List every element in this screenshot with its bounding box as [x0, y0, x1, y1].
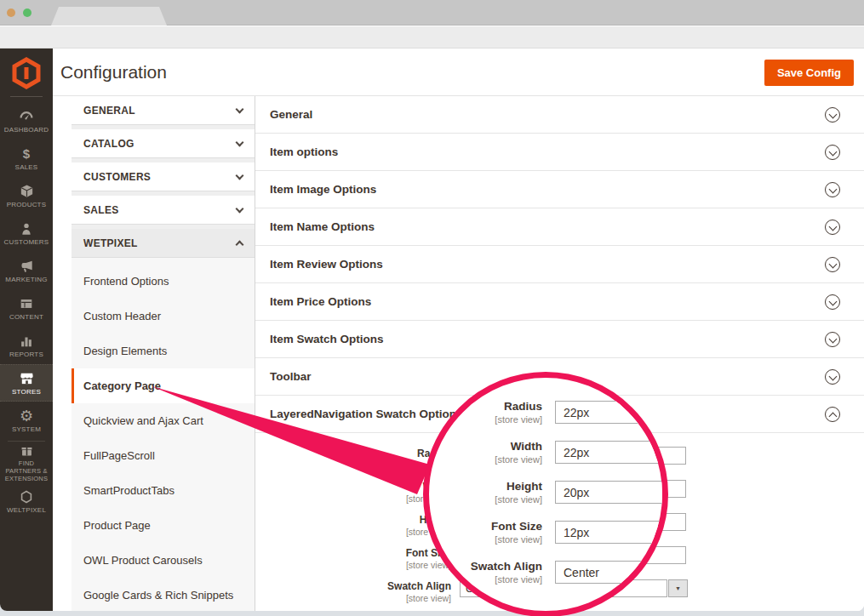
field-scope: [store view] [429, 453, 542, 466]
subnav-item-fullpagescroll[interactable]: FullPageScroll [72, 438, 255, 473]
hexagon-icon [19, 488, 34, 505]
magnifier-circle: Radius [store view] Width [store view] H… [423, 372, 668, 616]
sidebar-item-label: WELTPIXEL [7, 506, 46, 514]
chevron-down-circle-icon[interactable] [825, 182, 840, 197]
config-nav-panel: GENERAL CATALOG CUSTOMERS SALES [53, 96, 255, 611]
config-section-label: GENERAL [83, 105, 135, 117]
gift-box-icon [20, 443, 34, 458]
config-section-wetpixel[interactable]: WETPIXEL [72, 229, 255, 258]
sidebar-item-label: MARKETING [5, 276, 47, 283]
stores-icon [19, 370, 35, 386]
config-section-catalog[interactable]: CATALOG [72, 129, 255, 158]
subnav-item-product-page[interactable]: Product Page [72, 508, 255, 543]
chevron-down-icon [236, 138, 244, 146]
accordion-section-item-name-options[interactable]: Item Name Options [255, 208, 864, 246]
chevron-up-circle-icon[interactable] [825, 407, 840, 422]
chevron-down-circle-icon[interactable] [825, 369, 840, 385]
subnav-item-design-elements[interactable]: Design Elements [72, 334, 255, 368]
sidebar-item-reports[interactable]: REPORTS [0, 327, 53, 364]
accordion-title: Toolbar [270, 370, 312, 383]
window-maximize-dot-icon[interactable] [23, 9, 31, 17]
sidebar-item-label: CUSTOMERS [4, 238, 49, 246]
width-input-zoomed[interactable] [555, 441, 668, 464]
products-icon [19, 183, 35, 199]
accordion-title: Item Name Options [270, 220, 375, 233]
accordion-section-item-image-options[interactable]: Item Image Options [255, 171, 864, 208]
window-minimize-dot-icon[interactable] [7, 9, 15, 17]
subnav-item-label: Product Page [83, 519, 151, 532]
system-gear-icon: ⚙ [20, 408, 33, 424]
subnav-item-category-page[interactable]: Category Page [72, 368, 255, 403]
accordion-section-item-swatch-options[interactable]: Item Swatch Options [255, 321, 864, 358]
chevron-up-icon [236, 241, 244, 249]
subnav-item-label: Custom Header [83, 310, 161, 322]
sidebar-item-system[interactable]: ⚙ SYSTEM [0, 402, 53, 439]
config-section-label: CATALOG [83, 138, 134, 150]
font-size-input-zoomed[interactable] [555, 521, 668, 544]
sidebar-item-label: FIND PARTNERS & EXTENSIONS [2, 459, 51, 482]
content-icon [19, 295, 34, 311]
sidebar-item-label: CONTENT [9, 313, 43, 321]
chevron-down-circle-icon[interactable] [825, 257, 840, 272]
sidebar-item-label: SYSTEM [12, 425, 41, 433]
subnav-item-custom-header[interactable]: Custom Header [72, 299, 255, 334]
field-label-width-zoomed: Width [store view] [429, 440, 542, 466]
sidebar-item-content[interactable]: CONTENT [0, 289, 53, 327]
chevron-down-circle-icon[interactable] [825, 332, 840, 347]
sidebar-item-find-partners[interactable]: FIND PARTNERS & EXTENSIONS [0, 443, 53, 482]
sidebar-item-dashboard[interactable]: DASHBOARD [0, 102, 53, 140]
field-scope: [store view] [306, 593, 451, 603]
save-config-button[interactable]: Save Config [764, 60, 854, 86]
accordion-section-item-options[interactable]: Item options [255, 134, 864, 171]
field-label-height-zoomed: Height [store view] [429, 480, 542, 506]
sidebar-item-label: DASHBOARD [4, 126, 49, 134]
sidebar-item-customers[interactable]: CUSTOMERS [0, 214, 53, 252]
sidebar-divider [8, 441, 45, 442]
field-label-font-size-zoomed: Font Size [store view] [429, 520, 542, 546]
subnav-item-owl-product-carousels[interactable]: OWL Product Carousels [72, 543, 255, 578]
accordion-title: Item options [270, 145, 338, 158]
sidebar-item-weltpixel[interactable]: WELTPIXEL [0, 482, 53, 520]
chevron-down-circle-icon[interactable] [825, 107, 840, 123]
chevron-down-circle-icon[interactable] [825, 145, 840, 160]
reports-icon [19, 333, 34, 349]
config-section-general[interactable]: GENERAL [72, 96, 255, 125]
sidebar-item-stores[interactable]: STORES [0, 364, 53, 402]
sidebar-item-marketing[interactable]: MARKETING [0, 252, 53, 289]
dropdown-arrow-button[interactable]: ▼ [668, 579, 688, 597]
field-scope: [store view] [429, 533, 542, 546]
accordion-title: Item Review Options [270, 258, 383, 271]
subnav-item-frontend-options[interactable]: Frontend Options [72, 264, 255, 299]
config-section-customers[interactable]: CUSTOMERS [72, 163, 255, 191]
field-label-swatch-align: Swatch Align [store view] [306, 581, 451, 603]
accordion-title: Item Swatch Options [270, 333, 384, 345]
accordion-title: LayeredNavigation Swatch Options [270, 408, 463, 420]
subnav-item-smartproducttabs[interactable]: SmartProductTabs [72, 473, 255, 508]
config-section-sales[interactable]: SALES [72, 196, 255, 225]
page-title: Configuration [53, 48, 864, 95]
accordion-section-general[interactable]: General [255, 96, 864, 134]
subnav-item-label: FullPageScroll [83, 449, 155, 462]
sidebar-item-label: REPORTS [9, 351, 43, 358]
subnav-item-google-cards-rich-snippets[interactable]: Google Cards & Rich Snippets [72, 578, 255, 611]
field-label-font-size: Font Size [store view] [306, 548, 451, 570]
sidebar-item-label: STORES [12, 388, 41, 396]
accordion-section-item-review-options[interactable]: Item Review Options [255, 246, 864, 283]
subnav-item-label: Google Cards & Rich Snippets [83, 589, 233, 602]
subnav-item-label: SmartProductTabs [83, 484, 175, 497]
sidebar-item-sales[interactable]: $ SALES [0, 140, 53, 177]
magento-logo-icon[interactable] [0, 48, 53, 90]
subnav-item-label: Frontend Options [83, 275, 169, 288]
chevron-down-icon [236, 171, 244, 180]
chevron-down-circle-icon[interactable] [825, 294, 840, 310]
wetpixel-subnav: Frontend Options Custom Header Design El… [72, 258, 255, 611]
chevron-down-circle-icon[interactable] [825, 220, 840, 235]
sidebar-item-products[interactable]: PRODUCTS [0, 177, 53, 214]
subnav-item-quickview-ajax-cart[interactable]: Quickview and Ajax Cart [72, 403, 255, 438]
field-scope: [store view] [429, 493, 542, 506]
browser-tab[interactable] [51, 7, 167, 26]
dashboard-icon [18, 108, 35, 124]
subnav-item-label: Design Elements [83, 345, 167, 357]
accordion-section-item-price-options[interactable]: Item Price Options [255, 283, 864, 321]
height-input-zoomed[interactable] [555, 481, 668, 504]
